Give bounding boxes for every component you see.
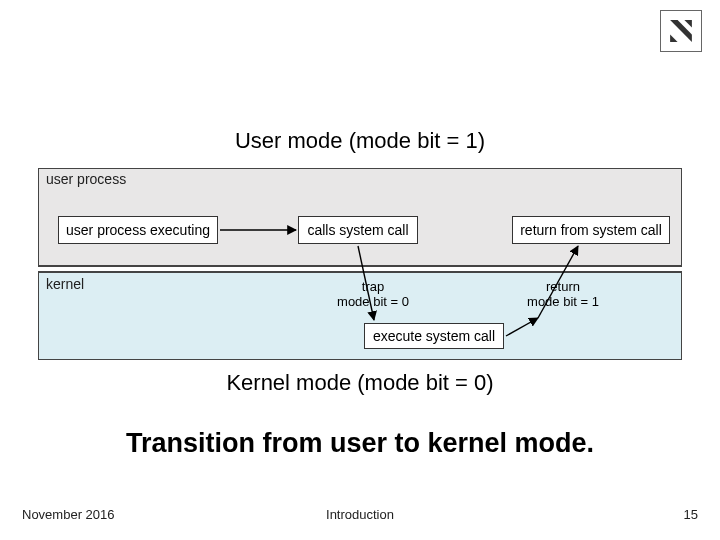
slide-caption: Transition from user to kernel mode. [0,428,720,459]
slide-footer: November 2016 Introduction 15 [0,502,720,522]
svg-marker-1 [684,20,691,27]
footer-title: Introduction [0,507,720,522]
user-region-label: user process [46,171,126,187]
user-mode-heading: User mode (mode bit = 1) [0,128,720,154]
mode-transition-diagram: user process kernel user process executi… [38,168,682,360]
kernel-mode-heading: Kernel mode (mode bit = 0) [0,370,720,396]
user-process-executing-box: user process executing [58,216,218,244]
aleph-icon [664,14,698,48]
trap-annotation: trap mode bit = 0 [328,280,418,310]
calls-system-call-box: calls system call [298,216,418,244]
return-annotation: return mode bit = 1 [518,280,608,310]
footer-page-number: 15 [684,507,698,522]
institution-logo [660,10,702,52]
execute-system-call-box: execute system call [364,323,504,349]
return-from-system-call-box: return from system call [512,216,670,244]
kernel-region-label: kernel [46,276,84,292]
svg-marker-2 [670,34,677,41]
